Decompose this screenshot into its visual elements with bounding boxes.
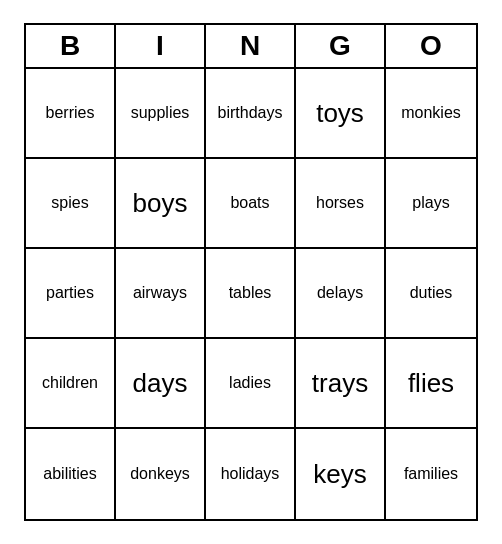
cell-text: boys [133, 188, 188, 219]
bingo-cell: parties [26, 249, 116, 339]
bingo-header: BINGO [26, 25, 476, 69]
cell-text: airways [133, 284, 187, 302]
bingo-cell: ladies [206, 339, 296, 429]
bingo-cell: boys [116, 159, 206, 249]
bingo-cell: birthdays [206, 69, 296, 159]
cell-text: trays [312, 368, 368, 399]
cell-text: plays [412, 194, 449, 212]
cell-text: delays [317, 284, 363, 302]
bingo-cell: children [26, 339, 116, 429]
cell-text: duties [410, 284, 453, 302]
bingo-grid: berriessuppliesbirthdaystoysmonkiesspies… [26, 69, 476, 519]
cell-text: abilities [43, 465, 96, 483]
bingo-card: BINGO berriessuppliesbirthdaystoysmonkie… [24, 23, 478, 521]
header-letter: I [116, 25, 206, 69]
bingo-cell: berries [26, 69, 116, 159]
bingo-cell: plays [386, 159, 476, 249]
cell-text: ladies [229, 374, 271, 392]
bingo-cell: horses [296, 159, 386, 249]
bingo-cell: tables [206, 249, 296, 339]
cell-text: monkies [401, 104, 461, 122]
header-letter: O [386, 25, 476, 69]
cell-text: birthdays [218, 104, 283, 122]
bingo-cell: donkeys [116, 429, 206, 519]
cell-text: donkeys [130, 465, 190, 483]
bingo-cell: families [386, 429, 476, 519]
bingo-cell: spies [26, 159, 116, 249]
bingo-cell: flies [386, 339, 476, 429]
bingo-cell: delays [296, 249, 386, 339]
bingo-cell: days [116, 339, 206, 429]
bingo-cell: monkies [386, 69, 476, 159]
cell-text: supplies [131, 104, 190, 122]
header-letter: N [206, 25, 296, 69]
cell-text: days [133, 368, 188, 399]
bingo-cell: supplies [116, 69, 206, 159]
bingo-cell: abilities [26, 429, 116, 519]
cell-text: families [404, 465, 458, 483]
cell-text: holidays [221, 465, 280, 483]
bingo-cell: trays [296, 339, 386, 429]
cell-text: boats [230, 194, 269, 212]
bingo-cell: toys [296, 69, 386, 159]
cell-text: keys [313, 459, 366, 490]
cell-text: flies [408, 368, 454, 399]
cell-text: spies [51, 194, 88, 212]
cell-text: berries [46, 104, 95, 122]
cell-text: children [42, 374, 98, 392]
bingo-cell: holidays [206, 429, 296, 519]
bingo-cell: keys [296, 429, 386, 519]
header-letter: G [296, 25, 386, 69]
cell-text: toys [316, 98, 364, 129]
header-letter: B [26, 25, 116, 69]
bingo-cell: duties [386, 249, 476, 339]
cell-text: parties [46, 284, 94, 302]
bingo-cell: airways [116, 249, 206, 339]
bingo-cell: boats [206, 159, 296, 249]
cell-text: horses [316, 194, 364, 212]
cell-text: tables [229, 284, 272, 302]
